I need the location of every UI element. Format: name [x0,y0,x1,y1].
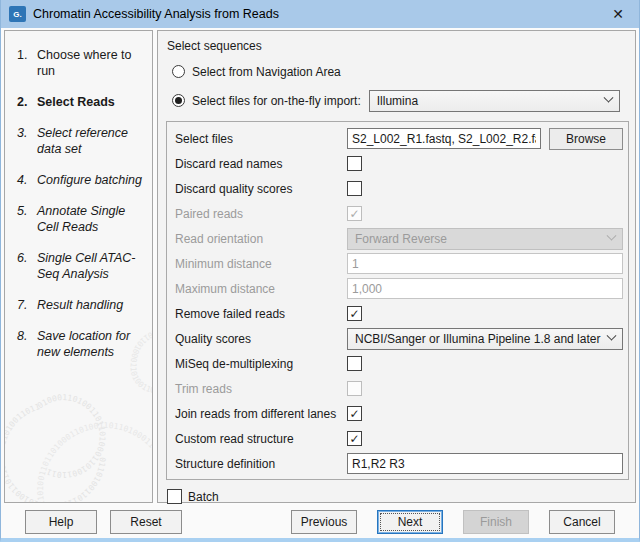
row-trim-reads: Trim reads [175,376,623,401]
close-icon: ✕ [612,6,624,22]
batch-label: Batch [188,490,219,504]
discard-quality-scores-label: Discard quality scores [175,182,347,196]
minimum-distance-input [347,253,623,274]
radio-navigation-area[interactable] [172,65,185,78]
previous-button[interactable]: Previous [291,510,357,534]
step-number: 2. [17,94,31,110]
step-label: Save location for new elements [37,328,146,360]
step-choose-where-to-run: 1. Choose where to run [17,47,146,79]
check-icon: ✓ [349,308,359,320]
chevron-down-icon [603,93,613,103]
browse-button[interactable]: Browse [549,128,623,150]
structure-definition-label: Structure definition [175,457,347,471]
select-files-label: Select files [175,132,347,146]
cancel-button[interactable]: Cancel [549,510,615,534]
discard-quality-scores-checkbox[interactable] [347,181,362,196]
join-reads-label: Join reads from different lanes [175,407,347,421]
radio-row-on-the-fly-import[interactable]: Select files for on-the-fly import: Illu… [172,92,630,109]
row-paired-reads: Paired reads ✓ [175,201,623,226]
minimum-distance-label: Minimum distance [175,257,347,271]
dialog-content: 1. Choose where to run 2. Select Reads 3… [1,28,639,505]
title-bar: G. Chromatin Accessibility Analysis from… [1,0,639,28]
step-label: Single Cell ATAC-Seq Analysis [37,250,146,282]
step-configure-batching: 4. Configure batching [17,172,146,188]
step-label: Select Reads [37,94,115,110]
batch-checkbox[interactable] [167,489,182,504]
close-button[interactable]: ✕ [597,0,639,28]
remove-failed-reads-checkbox[interactable]: ✓ [347,306,362,321]
structure-definition-input[interactable] [347,453,623,474]
step-number: 7. [17,297,31,313]
row-remove-failed-reads: Remove failed reads ✓ [175,301,623,326]
custom-read-structure-label: Custom read structure [175,432,347,446]
radio-on-the-fly-import[interactable] [172,94,185,107]
discard-read-names-label: Discard read names [175,157,347,171]
step-number: 3. [17,125,31,157]
step-label: Result handling [37,297,123,313]
remove-failed-reads-label: Remove failed reads [175,307,347,321]
step-label: Select reference data set [37,125,146,157]
check-icon: ✓ [349,208,359,220]
discard-read-names-checkbox[interactable] [347,156,362,171]
quality-scores-select[interactable]: NCBI/Sanger or Illumina Pipeline 1.8 and… [347,328,623,350]
step-annotate-single-cell-reads: 5. Annotate Single Cell Reads [17,203,146,235]
step-save-location-for-new-elements: 8. Save location for new elements [17,328,146,360]
step-number: 4. [17,172,31,188]
chevron-down-icon [607,231,617,241]
reset-button[interactable]: Reset [110,510,182,534]
window-title: Chromatin Accessibility Analysis from Re… [33,7,279,21]
row-miseq-demultiplexing: MiSeq de-multiplexing [175,351,623,376]
miseq-demultiplexing-checkbox[interactable] [347,356,362,371]
read-orientation-value: Forward Reverse [355,232,447,246]
trim-reads-checkbox [347,381,362,396]
quality-scores-label: Quality scores [175,332,347,346]
footer-left-buttons: Help Reset [25,510,182,534]
join-reads-checkbox[interactable]: ✓ [347,406,362,421]
row-join-reads: Join reads from different lanes ✓ [175,401,623,426]
next-button[interactable]: Next [377,510,443,534]
check-icon: ✓ [349,433,359,445]
row-select-files: Select files Browse [175,126,623,151]
custom-read-structure-checkbox[interactable]: ✓ [347,431,362,446]
read-orientation-select: Forward Reverse [347,228,623,250]
import-format-value: Illumina [377,94,418,108]
radio-on-the-fly-import-label: Select files for on-the-fly import: [192,94,361,108]
import-options-groupbox: Select files Browse Discard read names D… [166,121,629,480]
check-icon: ✓ [349,408,359,420]
dialog-window: G. Chromatin Accessibility Analysis from… [0,0,640,542]
batch-row[interactable]: Batch [167,489,630,504]
quality-scores-value: NCBI/Sanger or Illumina Pipeline 1.8 and… [355,332,600,346]
section-label: Select sequences [167,39,630,53]
read-orientation-label: Read orientation [175,232,347,246]
row-discard-quality-scores: Discard quality scores [175,176,623,201]
help-button[interactable]: Help [25,510,97,534]
step-label: Annotate Single Cell Reads [37,203,146,235]
select-reads-panel: Select sequences Select from Navigation … [157,30,636,503]
wizard-steps-sidebar: 1. Choose where to run 2. Select Reads 3… [4,30,153,503]
row-minimum-distance: Minimum distance [175,251,623,276]
paired-reads-checkbox: ✓ [347,206,362,221]
trim-reads-label: Trim reads [175,382,347,396]
row-quality-scores: Quality scores NCBI/Sanger or Illumina P… [175,326,623,351]
select-files-input[interactable] [347,128,541,149]
finish-button: Finish [463,510,529,534]
step-select-reference-data-set: 3. Select reference data set [17,125,146,157]
step-number: 8. [17,328,31,360]
maximum-distance-input [347,278,623,299]
step-single-cell-atac-seq-analysis: 6. Single Cell ATAC-Seq Analysis [17,250,146,282]
row-maximum-distance: Maximum distance [175,276,623,301]
step-label: Configure batching [37,172,142,188]
radio-row-navigation-area[interactable]: Select from Navigation Area [172,63,630,80]
svg-text:011010011011010001101001101101: 0110100110110100011010011011010001101001… [36,421,153,502]
import-format-select[interactable]: Illumina [369,90,620,112]
step-number: 5. [17,203,31,235]
step-select-reads: 2. Select Reads [17,94,146,110]
maximum-distance-label: Maximum distance [175,282,347,296]
row-structure-definition: Structure definition [175,451,623,476]
miseq-demultiplexing-label: MiSeq de-multiplexing [175,357,347,371]
row-discard-read-names: Discard read names [175,151,623,176]
footer-button-bar: Help Reset Previous Next Finish Cancel [1,505,639,538]
step-result-handling: 7. Result handling [17,297,146,313]
step-number: 1. [17,47,31,79]
chevron-down-icon [607,331,617,341]
